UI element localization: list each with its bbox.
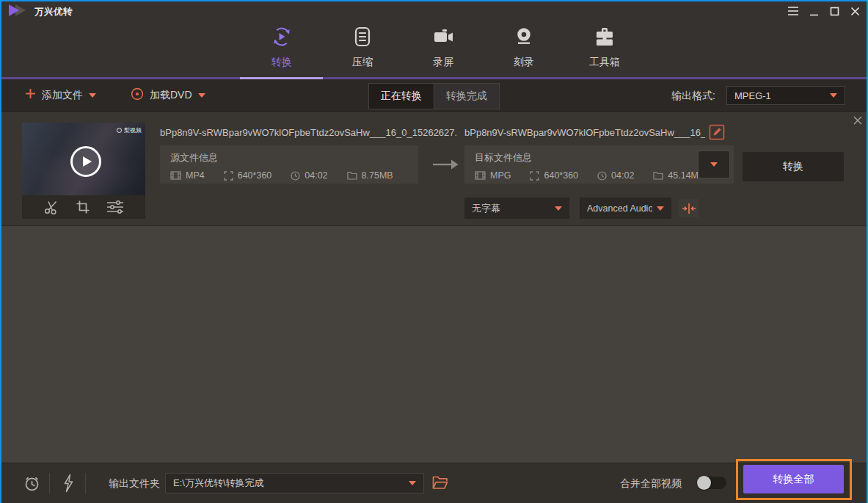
window-border-left: [0, 0, 1, 503]
output-folder-select[interactable]: E:\万兴优转\转换完成: [165, 473, 424, 493]
file-row: 梨视频: [0, 112, 868, 226]
nav-tab-compress[interactable]: 压缩: [339, 25, 386, 69]
source-filename: bPp8n9V-sRWBpar9vWO7klOFpbeTtdz2ovSaHw__…: [160, 127, 456, 138]
audio-track-dropdown[interactable]: Advanced Audio...: [580, 198, 671, 219]
folder-icon: [653, 171, 663, 180]
nav-tab-label: 工具箱: [589, 56, 620, 69]
target-duration: 04:02: [597, 170, 634, 181]
open-folder-icon[interactable]: [432, 476, 448, 493]
trim-scissors-icon[interactable]: [43, 200, 59, 214]
chevron-down-icon: [830, 93, 837, 98]
film-icon: [475, 171, 486, 180]
arrow-right-icon: [431, 159, 459, 173]
subtitle-value: 无字幕: [472, 202, 500, 215]
output-folder-label: 输出文件夹: [109, 477, 160, 491]
toolbox-icon: [593, 25, 616, 51]
file-list-empty-area: [0, 226, 868, 463]
output-format-select[interactable]: MPEG-1: [726, 86, 845, 105]
tab-converting[interactable]: 正在转换: [369, 84, 434, 109]
titlebar: 万兴优转: [0, 0, 868, 21]
nav-tab-burn[interactable]: 刻录: [500, 25, 547, 69]
nav-tab-label: 刻录: [514, 56, 534, 69]
clip-tools: [22, 195, 145, 219]
target-size: 45.14MB: [653, 170, 704, 181]
folder-icon: [347, 171, 357, 180]
chevron-down-icon: [555, 206, 562, 211]
pear-video-logo-icon: [117, 128, 122, 133]
source-info-title: 源文件信息: [170, 151, 418, 164]
screen-record-icon: [431, 25, 455, 51]
source-resolution: 640*360: [224, 170, 272, 181]
video-thumbnail-card: 梨视频: [22, 123, 145, 219]
burn-icon: [512, 25, 536, 51]
nav-tab-label: 录屏: [433, 56, 453, 69]
maximize-button[interactable]: [825, 3, 843, 19]
play-button[interactable]: [70, 146, 101, 177]
chevron-down-icon: [710, 162, 718, 167]
chevron-down-icon: [657, 206, 664, 211]
output-format-label: 输出格式:: [671, 90, 715, 103]
nav-tab-toolbox[interactable]: 工具箱: [581, 25, 628, 69]
add-files-button[interactable]: 添加文件: [25, 79, 96, 111]
merge-toggle[interactable]: [698, 477, 726, 489]
chevron-down-icon: [409, 481, 416, 485]
resolution-icon: [224, 171, 233, 181]
footer-bar: 输出文件夹 E:\万兴优转\转换完成 合并全部视频: [0, 463, 868, 503]
window-border-top: [0, 0, 868, 1]
crop-icon[interactable]: [76, 200, 90, 214]
compress-icon: [351, 25, 374, 51]
subtitle-dropdown[interactable]: 无字幕: [464, 198, 569, 219]
remove-file-icon[interactable]: [851, 114, 864, 127]
merge-all-label: 合并全部视频: [620, 477, 682, 491]
target-resolution: 640*360: [530, 170, 578, 181]
video-thumbnail: 梨视频: [22, 123, 145, 195]
tab-finished[interactable]: 转换完成: [434, 84, 499, 109]
menu-icon[interactable]: [784, 3, 802, 19]
nav-tab-screen-record[interactable]: 录屏: [420, 25, 467, 69]
toggle-knob: [697, 476, 711, 490]
plus-icon: [25, 88, 36, 102]
load-dvd-button[interactable]: 加载DVD: [131, 79, 205, 111]
uniconverter-window: 万兴优转: [0, 0, 868, 503]
effects-sliders-icon[interactable]: [106, 200, 124, 214]
watermark-text: 梨视频: [124, 126, 142, 134]
close-button[interactable]: [846, 3, 864, 19]
schedule-timer-icon[interactable]: [23, 474, 41, 496]
output-format-value: MPEG-1: [734, 90, 771, 101]
target-filename: bPp8n9V-sRWBpar9vWO7klOFpbeTtdz2ovSaHw__…: [464, 127, 705, 138]
app-logo-icon: [9, 4, 31, 16]
nav-tab-convert[interactable]: 转换: [258, 25, 305, 69]
clock-icon: [291, 171, 300, 181]
queue-tabs: 正在转换 转换完成: [368, 83, 500, 109]
nav-underline: [0, 77, 868, 79]
app-title: 万兴优转: [34, 6, 73, 18]
toolbar: 添加文件 加载DVD 正在转换 转换完成 输出格式: MPEG-1: [0, 79, 868, 112]
merge-tracks-icon[interactable]: [679, 199, 699, 217]
main-nav: 转换 压缩 录屏: [0, 21, 868, 77]
nav-active-underline: [240, 77, 323, 79]
divider: [85, 473, 86, 493]
rename-edit-icon[interactable]: [709, 124, 725, 143]
convert-button[interactable]: 转换: [743, 152, 844, 181]
minimize-button[interactable]: [805, 3, 823, 19]
source-size: 8.75MB: [347, 170, 393, 181]
chevron-down-icon: [89, 93, 96, 98]
chevron-down-icon: [198, 93, 205, 98]
divider: [49, 473, 50, 493]
target-settings-dropdown[interactable]: [698, 151, 730, 178]
high-speed-icon[interactable]: [62, 474, 74, 496]
dvd-disc-icon: [131, 87, 144, 104]
target-format: MPG: [475, 170, 511, 181]
output-folder-path: E:\万兴优转\转换完成: [173, 477, 264, 490]
convert-all-button[interactable]: 转换全部: [743, 465, 844, 493]
audio-value: Advanced Audio...: [587, 203, 652, 214]
source-info-box: 源文件信息 MP4 640*360 04:02 8.75MB: [160, 145, 418, 184]
nav-tab-label: 转换: [271, 56, 292, 69]
watermark: 梨视频: [117, 126, 142, 134]
window-controls: [784, 2, 864, 20]
source-duration: 04:02: [291, 170, 327, 181]
clock-icon: [597, 171, 607, 181]
add-files-label: 添加文件: [42, 89, 83, 102]
load-dvd-label: 加载DVD: [150, 89, 192, 102]
film-icon: [170, 171, 181, 180]
